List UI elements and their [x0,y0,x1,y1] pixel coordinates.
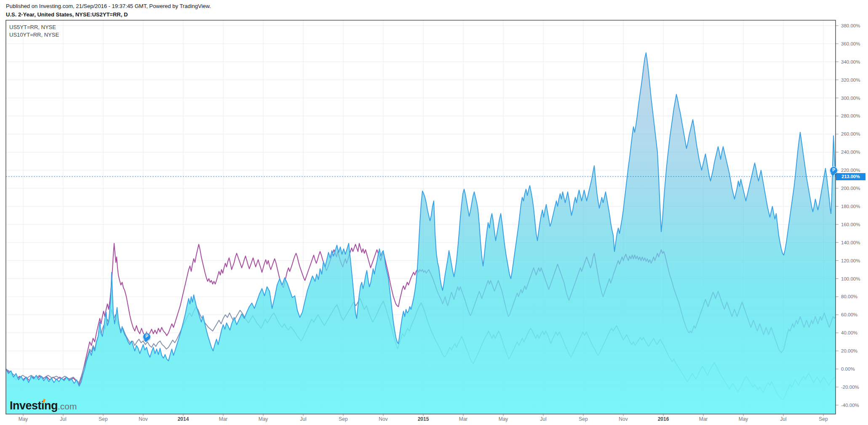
x-axis-label: Nov [139,416,147,422]
publication-pin[interactable]: P [143,333,151,341]
x-axis-label: 2014 [178,416,189,422]
y-axis-label: -40.00% [841,403,859,408]
y-axis-label: 340.00% [841,59,860,64]
y-axis-label: 360.00% [841,41,860,46]
y-axis-label: 120.00% [841,258,860,263]
x-axis-label: 2015 [418,416,429,422]
investing-logo-text: Investing [10,399,58,412]
y-axis-label: 40.00% [841,330,857,335]
x-axis-label: May [739,416,748,422]
legend-item-us10yt[interactable]: US10YT=RR, NYSE [9,31,59,39]
x-axis-label: Mar [219,416,228,422]
chart-plot-area[interactable]: US5YT=RR, NYSE US10YT=RR, NYSE Investing… [0,0,868,425]
y-axis-label: 100.00% [841,276,860,281]
x-axis-label: Jul [780,416,786,422]
x-axis-label: Mar [699,416,708,422]
y-axis-label: 60.00% [841,312,857,317]
y-axis-label: -20.00% [841,385,859,390]
x-axis-label: Sep [579,416,588,422]
investing-logo: Investing.com [10,399,77,412]
y-axis-label: 140.00% [841,240,860,245]
x-axis-label: Nov [619,416,628,422]
x-axis-label: May [499,416,508,422]
y-axis-label: 320.00% [841,78,860,83]
last-value-badge: 213.00% [836,173,865,180]
chart-page: Published on Investing.com, 21/Sep/2016 … [0,0,868,425]
x-axis-label: Sep [99,416,107,422]
y-axis-label: 300.00% [841,96,860,101]
compare-legend: US5YT=RR, NYSE US10YT=RR, NYSE [9,24,59,39]
publication-pin[interactable]: P [830,166,838,174]
x-axis-label: Mar [459,416,468,422]
x-axis-label: Jul [60,416,66,422]
y-axis-label: 280.00% [841,113,860,118]
x-axis-label: May [19,416,28,422]
legend-item-us5yt[interactable]: US5YT=RR, NYSE [9,24,59,31]
x-axis-label: Sep [819,416,828,422]
y-axis-label: 260.00% [841,131,860,136]
y-axis-label: 0.00% [841,366,855,372]
y-axis-label: 220.00% [841,168,860,173]
y-axis-label: 380.00% [841,23,860,28]
y-axis-label: 160.00% [841,222,860,227]
y-axis-label: 200.00% [841,186,860,191]
y-axis-label: 180.00% [841,204,860,209]
x-axis-label: Sep [339,416,347,422]
investing-logo-suffix: .com [58,401,77,411]
x-axis-label: Jul [300,416,306,422]
y-axis-label: 80.00% [841,294,857,299]
x-axis-label: 2016 [658,416,669,422]
x-axis-label: May [259,416,268,422]
x-axis-label: Jul [540,416,546,422]
y-axis-label: 240.00% [841,150,860,155]
y-axis-label: 20.00% [841,348,857,353]
chart-canvas[interactable] [0,0,868,425]
x-axis-label: Nov [379,416,387,422]
